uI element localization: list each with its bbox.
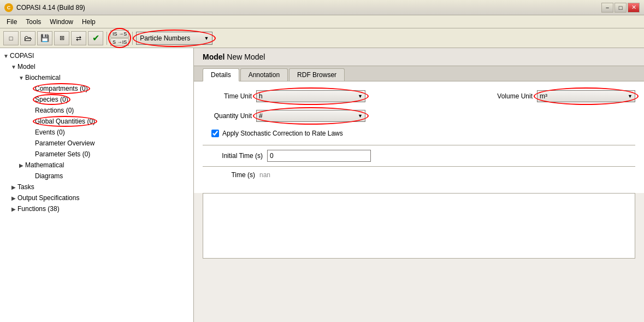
title-bar-text: COPASI 4.14 (Build 89) — [16, 4, 601, 11]
label-global-quantities: Global Quantities (0) — [35, 118, 95, 125]
tree-item-reactions[interactable]: Reactions (0) — [0, 105, 193, 116]
tabs-bar: Details Annotation RDF Browser — [194, 66, 644, 81]
menu-help[interactable]: Help — [78, 17, 100, 27]
time-volume-row: Time Unit h ▼ Volume Unit m³ ▼ — [203, 90, 635, 102]
tree-item-mathematical[interactable]: ▶ Mathematical — [0, 160, 193, 171]
net-button[interactable]: ⊞ — [54, 31, 69, 45]
toggle-copasi[interactable]: ▼ — [2, 53, 10, 59]
time-unit-arrow: ▼ — [358, 93, 363, 99]
label-reactions: Reactions (0) — [35, 107, 74, 114]
save-icon: 💾 — [40, 34, 49, 42]
particle-numbers-label: Particle Numbers — [140, 34, 190, 42]
connect-icon: ⇄ — [76, 34, 81, 42]
toolbar: □ 🗁 💾 ⊞ ⇄ ✔ IS →S S →IS Partic — [0, 28, 644, 48]
form-area: Time Unit h ▼ Volume Unit m³ ▼ — [194, 81, 644, 193]
menu-file[interactable]: File — [2, 17, 21, 27]
quantity-unit-arrow: ▼ — [358, 113, 363, 119]
tree-item-functions[interactable]: ▶ Functions (38) — [0, 203, 193, 214]
to-s-arrow: →S — [119, 31, 127, 37]
tree-item-events[interactable]: Events (0) — [0, 127, 193, 138]
particle-numbers-dropdown[interactable]: Particle Numbers ▼ — [136, 32, 212, 45]
label-mathematical: Mathematical — [25, 161, 64, 169]
particle-numbers-wrapper[interactable]: Particle Numbers ▼ — [136, 32, 212, 45]
tab-details[interactable]: Details — [203, 68, 239, 81]
time-unit-select[interactable]: h ▼ — [256, 90, 365, 102]
time-s-row: Time (s) nan — [203, 171, 635, 179]
label-functions: Functions (38) — [17, 205, 60, 213]
toggle-output-specs[interactable]: ▶ — [10, 195, 17, 201]
volume-unit-select-wrapper: m³ ▼ — [537, 90, 635, 102]
stochastic-checkbox-row: Apply Stochastic Correction to Rate Laws — [203, 130, 635, 137]
label-events: Events (0) — [35, 128, 65, 136]
close-button[interactable]: ✕ — [628, 3, 640, 13]
label-biochemical: Biochemical — [25, 74, 61, 81]
label-parameter-sets: Parameter Sets (0) — [35, 150, 90, 158]
menu-window[interactable]: Window — [45, 17, 78, 27]
save-button[interactable]: 💾 — [37, 31, 52, 45]
initial-time-label: Initial Time (s) — [203, 152, 263, 160]
compartments-oval-wrapper: Compartments (0) — [35, 85, 88, 92]
model-subtitle: New Model — [227, 52, 265, 61]
tree-item-diagrams[interactable]: Diagrams — [0, 171, 193, 182]
is-label: IS — [113, 31, 117, 37]
label-output-specs: Output Specifications — [17, 194, 79, 202]
toggle-biochemical[interactable]: ▼ — [17, 75, 25, 81]
volume-unit-arrow: ▼ — [628, 93, 633, 99]
connect-button[interactable]: ⇄ — [71, 31, 86, 45]
stochastic-checkbox[interactable] — [211, 130, 219, 137]
toolbar-separator-2 — [132, 32, 133, 45]
net-icon: ⊞ — [60, 34, 64, 42]
volume-unit-label: Volume Unit — [489, 92, 533, 100]
quantity-unit-select-wrapper: # ▼ — [256, 110, 365, 122]
global-quantities-oval-wrapper: Global Quantities (0) — [35, 118, 95, 125]
tree-item-global-quantities[interactable]: Global Quantities (0) — [0, 116, 193, 127]
new-button[interactable]: □ — [3, 31, 19, 45]
tree-item-model[interactable]: ▼ Model — [0, 61, 193, 72]
check-button[interactable]: ✔ — [88, 31, 103, 45]
tree-item-parameter-overview[interactable]: Parameter Overview — [0, 138, 193, 149]
toggle-mathematical[interactable]: ▶ — [17, 162, 25, 168]
is-to-s-button[interactable]: IS →S — [110, 30, 129, 38]
tree-item-output-specs[interactable]: ▶ Output Specifications — [0, 192, 193, 203]
s-to-is-button[interactable]: S →IS — [110, 38, 129, 46]
time-unit-label: Time Unit — [203, 92, 252, 100]
initial-time-row: Initial Time (s) — [203, 150, 635, 162]
label-diagrams: Diagrams — [35, 172, 63, 180]
app-icon: C — [4, 3, 13, 12]
minimize-button[interactable]: − — [601, 3, 613, 13]
label-model: Model — [17, 63, 36, 71]
toggle-functions[interactable]: ▶ — [10, 206, 17, 212]
tree-item-biochemical[interactable]: ▼ Biochemical — [0, 72, 193, 83]
time-s-value: nan — [259, 171, 270, 179]
right-panel: Model New Model Details Annotation RDF B… — [194, 48, 644, 322]
label-compartments: Compartments (0) — [35, 85, 88, 92]
form-divider-2 — [203, 166, 635, 167]
tree-item-tasks[interactable]: ▶ Tasks — [0, 182, 193, 192]
menu-tools[interactable]: Tools — [21, 17, 45, 27]
is-s-button-wrapper[interactable]: IS →S S →IS — [110, 30, 129, 46]
tab-rdf-browser[interactable]: RDF Browser — [289, 68, 345, 81]
time-unit-select-wrapper: h ▼ — [256, 90, 365, 102]
menu-bar: File Tools Window Help — [0, 15, 644, 28]
to-is-arrow: →IS — [117, 39, 127, 45]
tree-item-species[interactable]: Species (0) — [0, 94, 193, 105]
label-tasks: Tasks — [17, 183, 34, 191]
main-area: ▼ COPASI ▼ Model ▼ Biochemical — [0, 48, 644, 322]
quantity-unit-select[interactable]: # ▼ — [256, 110, 365, 122]
toggle-tasks[interactable]: ▶ — [10, 184, 17, 190]
tree-item-compartments[interactable]: Compartments (0) — [0, 83, 193, 94]
new-icon: □ — [9, 35, 13, 42]
volume-unit-select[interactable]: m³ ▼ — [537, 90, 635, 102]
time-s-label: Time (s) — [211, 171, 255, 179]
description-area[interactable] — [203, 193, 635, 259]
species-oval-wrapper: Species (0) — [35, 96, 68, 103]
tree-item-parameter-sets[interactable]: Parameter Sets (0) — [0, 149, 193, 160]
initial-time-input[interactable] — [267, 150, 371, 162]
time-unit-value: h — [259, 92, 263, 100]
open-button[interactable]: 🗁 — [20, 31, 36, 45]
tree-item-copasi[interactable]: ▼ COPASI — [0, 50, 193, 61]
tab-annotation[interactable]: Annotation — [240, 68, 288, 81]
toggle-model[interactable]: ▼ — [10, 64, 17, 70]
maximize-button[interactable]: □ — [615, 3, 627, 13]
label-species: Species (0) — [35, 96, 68, 103]
